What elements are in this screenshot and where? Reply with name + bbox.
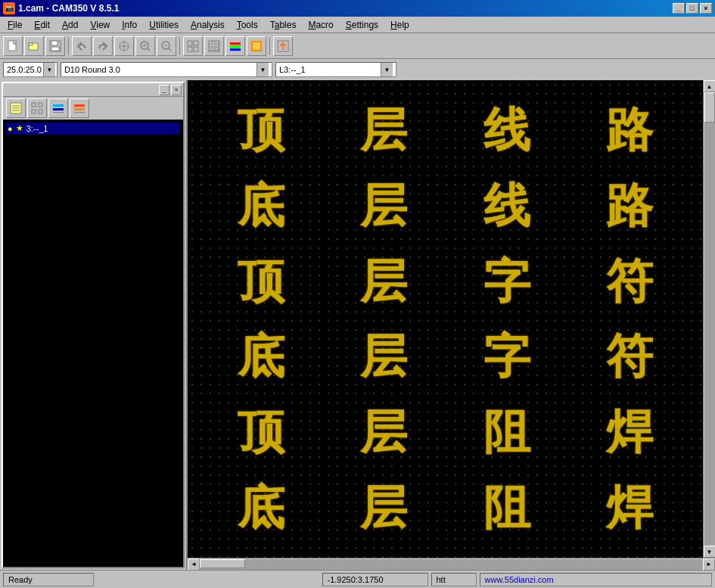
status-coords: -1.9250:3.1750 bbox=[322, 573, 428, 586]
inner-window: _ × ● bbox=[2, 82, 185, 568]
chinese-char-5-3: 焊 bbox=[571, 473, 688, 543]
toolbar-sep3 bbox=[269, 38, 270, 54]
chinese-char-3-3: 符 bbox=[571, 322, 688, 392]
canvas-area[interactable]: 顶层线路底层线路顶层字符底层字符顶层阻焊底层阻焊 bbox=[188, 80, 703, 558]
left-info-button[interactable] bbox=[70, 98, 89, 118]
open-button[interactable] bbox=[24, 36, 44, 56]
status-http-text: htt bbox=[437, 575, 446, 584]
menu-analysis[interactable]: Analysis bbox=[185, 18, 231, 32]
v-scroll-thumb[interactable] bbox=[704, 92, 715, 123]
scroll-right-button[interactable]: ► bbox=[703, 558, 715, 571]
scroll-left-button[interactable]: ◄ bbox=[188, 558, 200, 571]
svg-rect-47 bbox=[74, 112, 85, 113]
menu-add[interactable]: Add bbox=[56, 18, 84, 32]
save-button[interactable] bbox=[45, 36, 65, 56]
chinese-char-3-2: 字 bbox=[449, 322, 565, 392]
grid-button[interactable] bbox=[204, 36, 224, 56]
layer-dot-star: ★ bbox=[16, 123, 23, 133]
left-toolbar bbox=[3, 97, 183, 120]
tool-arrow[interactable]: ▼ bbox=[256, 63, 269, 76]
undo-button[interactable] bbox=[72, 36, 92, 56]
h-scroll-track[interactable] bbox=[200, 559, 703, 570]
zoom-in-button[interactable] bbox=[135, 36, 155, 56]
scroll-down-button[interactable]: ▼ bbox=[704, 546, 716, 558]
pan-button[interactable] bbox=[114, 36, 134, 56]
color-button[interactable] bbox=[247, 36, 266, 56]
left-panel: _ × ● bbox=[0, 80, 188, 570]
export-button[interactable] bbox=[273, 36, 293, 56]
svg-rect-5 bbox=[51, 47, 59, 51]
chinese-char-5-0: 底 bbox=[203, 473, 319, 543]
chinese-char-5-1: 层 bbox=[325, 473, 442, 543]
scroll-up-button[interactable]: ▲ bbox=[704, 80, 716, 92]
svg-rect-38 bbox=[32, 103, 36, 107]
menu-info[interactable]: Info bbox=[116, 18, 143, 32]
status-ready-text: Ready bbox=[8, 575, 33, 584]
title-buttons: _ □ × bbox=[673, 3, 712, 14]
layer-button[interactable] bbox=[225, 36, 245, 56]
chinese-char-0-1: 层 bbox=[325, 95, 442, 165]
left-view-button[interactable] bbox=[27, 98, 47, 118]
chinese-char-2-2: 字 bbox=[449, 247, 565, 316]
h-scrollbar[interactable]: ◄ ► bbox=[188, 558, 715, 570]
layer-value: L3:--_1 bbox=[279, 65, 306, 74]
app-icon-text: 📷 bbox=[5, 5, 14, 12]
status-http: htt bbox=[431, 573, 477, 586]
new-button[interactable] bbox=[3, 36, 23, 56]
title-text: 1.cam - CAM350 V 8.5.1 bbox=[18, 3, 119, 14]
svg-line-14 bbox=[169, 48, 171, 51]
menu-tools[interactable]: Tools bbox=[231, 18, 264, 32]
chinese-char-2-1: 层 bbox=[325, 247, 442, 316]
info-bar: 25.0:25.0 ▼ D10 Round 3.0 ▼ L3:--_1 ▼ bbox=[0, 59, 715, 80]
inner-close-button[interactable]: × bbox=[171, 85, 182, 95]
right-area: 顶层线路底层线路顶层字符底层字符顶层阻焊底层阻焊 ▲ ▼ ◄ ► bbox=[188, 80, 715, 570]
menu-settings[interactable]: Settings bbox=[340, 18, 384, 32]
svg-rect-40 bbox=[32, 110, 36, 114]
chinese-char-1-0: 底 bbox=[203, 171, 319, 241]
left-toggle-button[interactable] bbox=[48, 98, 68, 118]
svg-rect-27 bbox=[230, 42, 241, 45]
status-website: www.55dianzi.com bbox=[480, 573, 713, 586]
menu-macro[interactable]: Macro bbox=[302, 18, 339, 32]
redo-button[interactable] bbox=[93, 36, 113, 56]
status-coords-text: -1.9250:3.1750 bbox=[328, 575, 384, 584]
coord-combo[interactable]: 25.0:25.0 ▼ bbox=[3, 62, 58, 77]
v-scrollbar[interactable]: ▲ ▼ bbox=[703, 80, 715, 558]
coord-value: 25.0:25.0 bbox=[5, 65, 43, 74]
menu-view[interactable]: View bbox=[84, 18, 116, 32]
inner-window-title: _ × bbox=[3, 83, 183, 97]
h-scroll-thumb[interactable] bbox=[200, 559, 245, 568]
chinese-char-2-3: 符 bbox=[571, 247, 688, 316]
menu-help[interactable]: Help bbox=[384, 18, 415, 32]
svg-rect-39 bbox=[39, 103, 42, 107]
v-scroll-track[interactable] bbox=[704, 92, 715, 546]
layer-arrow[interactable]: ▼ bbox=[381, 63, 393, 76]
chinese-grid: 顶层线路底层线路顶层字符底层字符顶层阻焊底层阻焊 bbox=[188, 80, 703, 558]
svg-rect-2 bbox=[29, 43, 33, 45]
menu-utilities[interactable]: Utilities bbox=[143, 18, 185, 32]
status-ready: Ready bbox=[3, 573, 94, 586]
coord-arrow[interactable]: ▼ bbox=[43, 63, 55, 76]
tool-value: D10 Round 3.0 bbox=[64, 65, 120, 74]
svg-rect-45 bbox=[74, 104, 85, 107]
menu-tables[interactable]: Tables bbox=[264, 18, 303, 32]
minimize-button[interactable]: _ bbox=[673, 3, 685, 14]
svg-rect-19 bbox=[194, 47, 198, 51]
zoom-out-button[interactable] bbox=[157, 36, 176, 56]
menu-edit[interactable]: Edit bbox=[28, 18, 56, 32]
svg-rect-29 bbox=[230, 48, 241, 51]
svg-rect-18 bbox=[188, 47, 192, 51]
layer-item[interactable]: ● ★ 3:--_1 bbox=[6, 123, 180, 134]
close-button[interactable]: × bbox=[700, 3, 712, 14]
layer-label: 3:--_1 bbox=[26, 124, 48, 133]
menu-file[interactable]: File bbox=[2, 18, 28, 32]
chinese-char-1-2: 线 bbox=[449, 171, 565, 241]
maximize-button[interactable]: □ bbox=[686, 3, 698, 14]
left-open-button[interactable] bbox=[6, 98, 26, 118]
snap-button[interactable] bbox=[183, 36, 203, 56]
chinese-char-4-1: 层 bbox=[325, 397, 442, 467]
svg-rect-46 bbox=[74, 108, 85, 110]
inner-minimize-button[interactable]: _ bbox=[159, 85, 169, 95]
chinese-char-0-2: 线 bbox=[449, 95, 565, 165]
chinese-char-4-3: 焊 bbox=[571, 397, 688, 467]
